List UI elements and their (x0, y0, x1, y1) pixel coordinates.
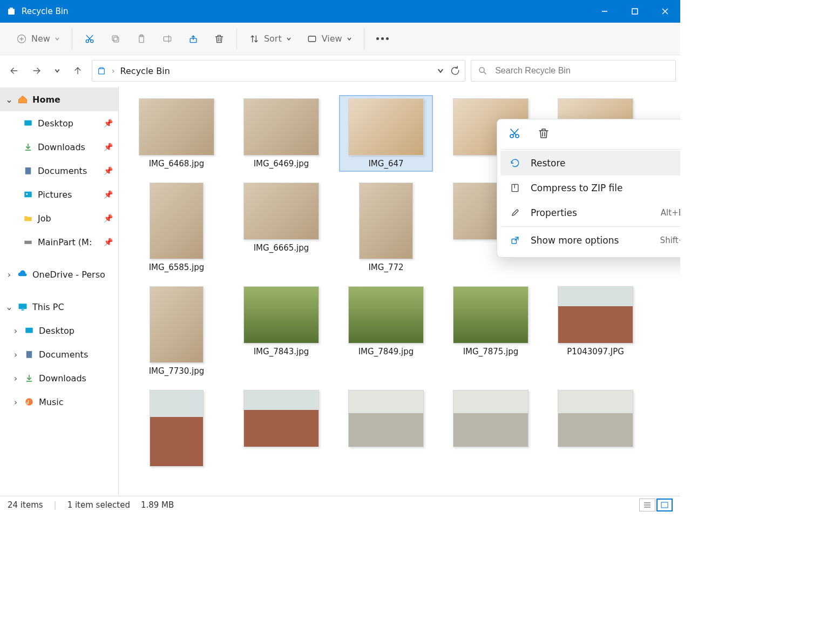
file-thumb[interactable] (550, 388, 641, 472)
thumbnail-image (453, 390, 529, 447)
svg-rect-39 (19, 304, 27, 309)
delete-button[interactable] (537, 127, 550, 142)
paste-button[interactable] (128, 29, 154, 49)
file-thumb[interactable] (445, 388, 537, 472)
sidebar-item-pc-desktop[interactable]: › Desktop (0, 319, 118, 342)
chevron-right-icon[interactable]: › (5, 270, 13, 280)
pin-icon[interactable]: 📌 (104, 143, 113, 151)
sidebar-item-downloads[interactable]: Downloads 📌 (0, 135, 118, 159)
pin-icon[interactable]: 📌 (104, 119, 113, 127)
chevron-down-icon[interactable]: ⌄ (5, 302, 13, 312)
sidebar-item-job[interactable]: Job 📌 (0, 206, 118, 230)
main-area: ⌄ Home Desktop 📌 Downloads 📌 Documents 📌… (0, 86, 680, 496)
file-thumb[interactable]: IMG_772 (340, 180, 432, 274)
chevron-right-icon[interactable]: › (12, 373, 19, 383)
file-thumb[interactable]: IMG_7843.jpg (235, 284, 327, 378)
pin-icon[interactable]: 📌 (104, 214, 113, 223)
thumbnail-image (348, 98, 424, 156)
sidebar-item-pc-downloads[interactable]: › Downloads (0, 366, 118, 390)
svg-rect-29 (99, 69, 105, 74)
address-row: › Recycle Bin (0, 55, 680, 86)
forward-button[interactable] (31, 65, 42, 76)
documents-icon (24, 349, 35, 360)
context-item-properties[interactable]: Properties Alt+Enter (500, 200, 680, 225)
separator (500, 149, 680, 150)
pin-icon[interactable]: 📌 (104, 166, 113, 175)
sidebar-item-thispc[interactable]: ⌄ This PC (0, 295, 118, 319)
search-box[interactable] (471, 60, 676, 82)
sidebar-item-pictures[interactable]: Pictures 📌 (0, 183, 118, 206)
file-thumb[interactable] (340, 388, 432, 472)
copy-button[interactable] (103, 29, 128, 49)
svg-rect-40 (22, 309, 24, 311)
context-item-more[interactable]: Show more options Shift+F10 (500, 228, 680, 253)
sidebar-item-mainpart[interactable]: MainPart (M: 📌 (0, 230, 118, 254)
sidebar-item-desktop[interactable]: Desktop 📌 (0, 111, 118, 135)
thumbnail-image (359, 183, 413, 259)
sidebar-label: Documents (38, 166, 87, 176)
file-name: IMG_6468.jpg (149, 159, 205, 169)
address-bar[interactable]: › Recycle Bin (92, 60, 465, 82)
svg-rect-38 (24, 241, 32, 244)
file-thumb[interactable]: IMG_7875.jpg (445, 284, 537, 378)
chevron-right-icon[interactable]: › (12, 326, 19, 336)
minimize-button[interactable] (590, 0, 620, 23)
pin-icon[interactable]: 📌 (104, 190, 113, 199)
desktop-icon (23, 118, 33, 129)
close-button[interactable] (650, 0, 680, 23)
sort-button[interactable]: Sort (241, 30, 299, 48)
svg-rect-32 (24, 120, 32, 126)
rename-button[interactable] (154, 29, 180, 49)
window-title: Recycle Bin (22, 6, 590, 16)
file-thumb[interactable]: IMG_6469.jpg (235, 96, 327, 171)
file-thumb[interactable]: P1043097.JPG (550, 284, 641, 378)
context-item-compress[interactable]: Compress to ZIP file (500, 176, 680, 200)
thumbnail-image (558, 286, 633, 344)
maximize-button[interactable] (620, 0, 650, 23)
pin-icon[interactable]: 📌 (104, 238, 113, 246)
search-input[interactable] (495, 66, 669, 76)
sidebar-item-pc-documents[interactable]: › Documents (0, 342, 118, 366)
refresh-button[interactable] (450, 65, 460, 76)
cut-button[interactable] (77, 29, 103, 49)
file-thumb[interactable]: IMG_647 (340, 96, 432, 171)
file-thumb[interactable]: IMG_6665.jpg (235, 180, 327, 274)
drive-icon (23, 237, 33, 247)
chevron-right-icon[interactable]: › (12, 397, 19, 407)
thumbnails-view-button[interactable] (656, 499, 673, 511)
restore-icon (509, 158, 521, 169)
svg-rect-52 (512, 184, 518, 191)
share-button[interactable] (180, 29, 206, 49)
sidebar-label: Downloads (39, 373, 86, 383)
file-thumb[interactable] (235, 388, 327, 472)
chevron-right-icon[interactable]: › (12, 349, 19, 360)
file-name: IMG_6665.jpg (254, 243, 309, 253)
more-button[interactable] (369, 34, 396, 43)
thumbnail-image (348, 286, 424, 344)
view-button[interactable]: View (299, 30, 360, 48)
svg-rect-41 (25, 328, 33, 333)
sidebar-item-home[interactable]: ⌄ Home (0, 87, 118, 111)
cut-button[interactable] (508, 127, 521, 142)
file-thumb[interactable]: IMG_6585.jpg (131, 180, 222, 274)
sidebar-item-pc-music[interactable]: › Music (0, 390, 118, 414)
delete-button[interactable] (206, 29, 232, 49)
chevron-down-icon[interactable]: ⌄ (5, 95, 13, 105)
breadcrumb[interactable]: Recycle Bin (120, 66, 170, 76)
new-button[interactable]: New (9, 30, 67, 48)
file-thumb[interactable]: IMG_6468.jpg (131, 96, 222, 171)
back-button[interactable] (9, 65, 19, 76)
file-thumb[interactable] (131, 388, 222, 472)
svg-rect-1 (10, 8, 13, 9)
context-label: Restore (531, 158, 566, 169)
file-thumb[interactable]: IMG_7730.jpg (131, 284, 222, 378)
context-item-restore[interactable]: Restore (500, 151, 680, 176)
sidebar-item-documents[interactable]: Documents 📌 (0, 159, 118, 183)
sidebar-item-onedrive[interactable]: › OneDrive - Perso (0, 262, 118, 286)
file-thumb[interactable]: IMG_7849.jpg (340, 284, 432, 378)
up-button[interactable] (72, 65, 83, 76)
address-dropdown[interactable] (437, 67, 444, 75)
svg-rect-42 (26, 351, 32, 358)
details-view-button[interactable] (639, 499, 655, 511)
recent-locations-button[interactable] (54, 68, 60, 74)
